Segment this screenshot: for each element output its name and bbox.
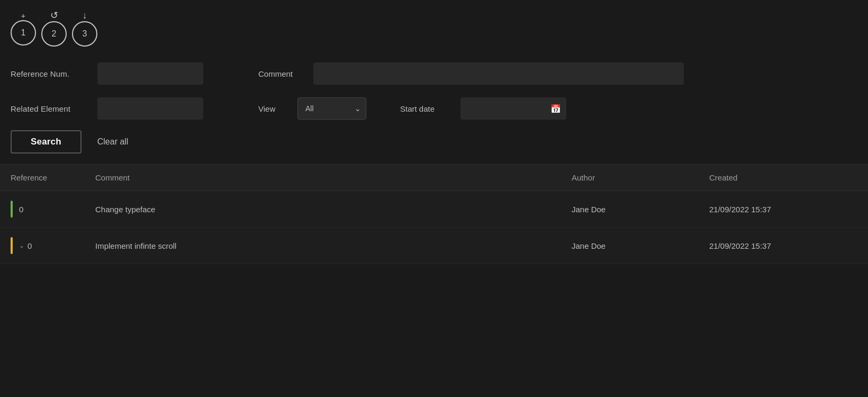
header-author: Author	[572, 173, 709, 182]
actions-row: Search Clear all	[0, 130, 868, 164]
view-select-wrapper: All Active Inactive ⌄	[297, 97, 366, 120]
start-date-input[interactable]	[460, 97, 566, 120]
undo-icon: ↺	[50, 10, 58, 21]
table-row[interactable]: 0 Change typeface Jane Doe 21/09/2022 15…	[0, 191, 868, 228]
add-icon: +	[21, 11, 26, 20]
download-icon: ↓	[83, 10, 87, 21]
comment-cell-2: Implement infinte scroll	[95, 241, 572, 250]
toolbar-btn-2[interactable]: 2	[41, 21, 67, 47]
search-button[interactable]: Search	[11, 130, 82, 154]
start-date-label: Start date	[400, 104, 448, 113]
related-element-input[interactable]	[97, 97, 203, 120]
toolbar-btn-3[interactable]: 3	[72, 21, 97, 47]
view-label: View	[258, 104, 285, 113]
comment-label: Comment	[258, 69, 301, 78]
ref-value-1: 0	[19, 205, 23, 214]
header-reference: Reference	[11, 173, 95, 182]
header-created: Created	[709, 173, 857, 182]
table-header: Reference Comment Author Created	[0, 165, 868, 191]
results-table: Reference Comment Author Created 0 Chang…	[0, 165, 868, 264]
header-comment: Comment	[95, 173, 572, 182]
view-select[interactable]: All Active Inactive	[297, 97, 366, 120]
comment-input[interactable]	[313, 62, 684, 85]
clear-all-button[interactable]: Clear all	[92, 132, 134, 152]
related-element-label: Related Element	[11, 104, 85, 113]
toolbar-btn-1[interactable]: 1	[11, 20, 36, 46]
filter-section: Reference Num. Comment Related Element V…	[0, 52, 868, 130]
chevron-right-icon: ⌄	[19, 242, 24, 249]
reference-num-input[interactable]	[97, 62, 203, 85]
created-cell-2: 21/09/2022 15:37	[709, 241, 857, 250]
filter-row-1: Reference Num. Comment	[11, 62, 857, 85]
row-indicator-yellow	[11, 237, 13, 254]
date-input-wrapper: 📅	[460, 97, 566, 120]
ref-cell-1: 0	[11, 201, 95, 218]
created-cell-1: 21/09/2022 15:37	[709, 205, 857, 214]
author-cell-1: Jane Doe	[572, 205, 709, 214]
ref-cell-2: ⌄ 0	[11, 237, 95, 254]
author-cell-2: Jane Doe	[572, 241, 709, 250]
ref-value-2: 0	[28, 241, 32, 250]
reference-num-label: Reference Num.	[11, 69, 85, 78]
row-indicator-green	[11, 201, 13, 218]
filter-row-2: Related Element View All Active Inactive…	[11, 97, 857, 120]
top-toolbar: + 1 ↺ 2 ↓ 3	[0, 0, 868, 52]
table-row[interactable]: ⌄ 0 Implement infinte scroll Jane Doe 21…	[0, 228, 868, 264]
comment-cell-1: Change typeface	[95, 205, 572, 214]
